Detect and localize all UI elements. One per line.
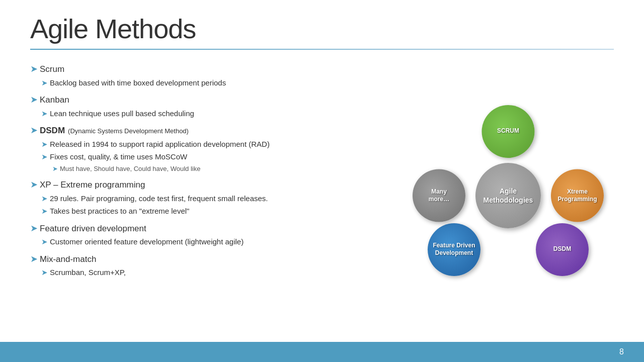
slide-container: Agile Methods ➤ Scrum ➤ Backlog based wi…: [0, 0, 644, 362]
xp-petal: XtremeProgramming: [551, 169, 604, 222]
dsdm-child1-text: Released in 1994 to support rapid applic…: [50, 139, 270, 150]
arrow-icon: ➤: [30, 222, 38, 235]
bullet-xp-child1: ➤ 29 rules. Pair programing, code test f…: [41, 193, 392, 205]
bullet-fdd-child1: ➤ Customer oriented feature development …: [41, 236, 392, 248]
arrow-icon: ➤: [41, 77, 48, 89]
bullet-mix: ➤ Mix-and-match: [30, 253, 392, 266]
bullet-xp: ➤ XP – Extreme programming: [30, 178, 392, 192]
arrow-icon: ➤: [30, 253, 38, 265]
bullet-dsdm: ➤ DSDM(Dynamic Systems Development Metho…: [30, 124, 392, 137]
bullet-kanban-child1: ➤ Lean technique uses pull based schedul…: [41, 108, 392, 120]
dsdm-bold-text: DSDM: [40, 126, 65, 135]
bullet-mix-child1: ➤ Scrumban, Scrum+XP,: [41, 267, 392, 279]
arrow-icon: ➤: [30, 124, 38, 137]
kanban-label: Kanban: [40, 94, 69, 107]
scrum-child1-text: Backlog based with time boxed developmen…: [50, 77, 226, 89]
scrum-petal: SCRUM: [482, 105, 535, 158]
fdd-child1-text: Customer oriented feature development (l…: [50, 236, 244, 248]
xp-petal-text: XtremeProgramming: [555, 186, 599, 205]
dsdm-subtitle: (Dynamic Systems Development Method): [68, 127, 189, 135]
bullet-scrum: ➤ Scrum: [30, 63, 392, 76]
fdd-petal: Feature DrivenDevelopment: [428, 223, 480, 276]
arrow-icon: ➤: [41, 236, 48, 248]
arrow-icon: ➤: [30, 178, 38, 191]
xp-child2-text: Takes best practices to an "extreme leve…: [50, 206, 189, 217]
kanban-child1-text: Lean technique uses pull based schedulin…: [50, 108, 194, 120]
arrow-icon: ➤: [41, 108, 48, 120]
dsdm-grandchild1-text: Must have, Should have, Could have, Woul…: [60, 164, 200, 174]
mix-label: Mix-and-match: [40, 253, 96, 266]
arrow-icon: ➤: [41, 206, 48, 217]
dsdm-petal: DSDM: [536, 223, 589, 276]
fdd-label: Feature driven development: [40, 222, 146, 235]
arrow-icon: ➤: [30, 63, 38, 75]
mix-child1-text: Scrumban, Scrum+XP,: [50, 267, 126, 279]
bullet-dsdm-grandchild1: ➤ Must have, Should have, Could have, Wo…: [52, 164, 392, 174]
agile-diagram: AgileMethodologies SCRUM XtremeProgrammi…: [408, 100, 609, 291]
arrow-icon: ➤: [30, 94, 38, 106]
center-circle-text: AgileMethodologies: [484, 187, 533, 205]
page-number: 8: [619, 347, 624, 356]
slide-title: Agile Methods: [30, 14, 614, 44]
slide-body: ➤ Scrum ➤ Backlog based with time boxed …: [0, 54, 644, 342]
arrow-icon: ➤: [41, 193, 48, 205]
arrow-icon: ➤: [41, 267, 48, 279]
bullet-fdd: ➤ Feature driven development: [30, 222, 392, 235]
center-circle: AgileMethodologies: [475, 163, 541, 228]
xp-child1-text: 29 rules. Pair programing, code test fir…: [50, 193, 268, 205]
diagram-area: AgileMethodologies SCRUM XtremeProgrammi…: [403, 54, 614, 342]
bullet-dsdm-child1: ➤ Released in 1994 to support rapid appl…: [41, 139, 392, 150]
content-area: ➤ Scrum ➤ Backlog based with time boxed …: [30, 54, 392, 342]
slide-footer: 8: [0, 342, 644, 362]
arrow-icon: ➤: [41, 139, 48, 150]
dsdm-label: DSDM(Dynamic Systems Development Method): [40, 124, 189, 137]
slide-header: Agile Methods: [0, 0, 644, 49]
arrow-icon: ➤: [52, 164, 58, 174]
scrum-petal-text: SCRUM: [495, 125, 521, 137]
bullet-scrum-child1: ➤ Backlog based with time boxed developm…: [41, 77, 392, 89]
bullet-dsdm-child2: ➤ Fixes cost, quality, & time uses MoSCo…: [41, 151, 392, 163]
divider-line: [30, 49, 614, 50]
arrow-icon: ➤: [41, 151, 48, 163]
more-petal-text: Manymore…: [427, 186, 451, 205]
dsdm-child2-text: Fixes cost, quality, & time uses MoSCoW: [50, 151, 187, 163]
fdd-petal-text: Feature DrivenDevelopment: [431, 240, 477, 259]
dsdm-petal-text: DSDM: [551, 243, 573, 255]
scrum-label: Scrum: [40, 63, 64, 76]
bullet-kanban: ➤ Kanban: [30, 94, 392, 107]
bullet-xp-child2: ➤ Takes best practices to an "extreme le…: [41, 206, 392, 217]
more-petal: Manymore…: [413, 169, 465, 222]
xp-label: XP – Extreme programming: [40, 178, 145, 192]
